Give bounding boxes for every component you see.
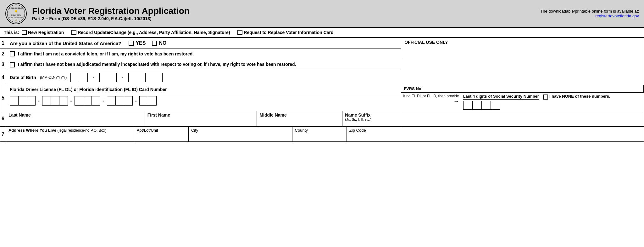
dob-dash-1: -: [91, 74, 96, 81]
last4-section: Last 4 digits of Social Security Number: [461, 93, 541, 111]
no-option[interactable]: NO: [152, 40, 166, 46]
middle-name-cell: Middle Name: [257, 111, 342, 126]
dob-yyyy-2[interactable]: [137, 73, 146, 82]
address-cell: Address Where You Live (legal residence-…: [6, 127, 134, 141]
page: IN GOD WE TRUST 🌞 GREAT SEAL STATE OF FL…: [0, 0, 644, 142]
none-checkbox[interactable]: [543, 95, 548, 100]
address-label: Address Where You Live: [8, 128, 56, 133]
row-2-number: 2: [0, 49, 6, 59]
felon-affirm-text: I affirm that I am not a convicted felon…: [18, 51, 194, 56]
dob-mm-2[interactable]: [79, 73, 88, 82]
new-registration-checkbox[interactable]: [22, 30, 27, 35]
fldl-group1: [10, 96, 35, 106]
fldl-12[interactable]: [124, 96, 133, 106]
fldl-9[interactable]: [92, 96, 100, 106]
dob-yyyy-1[interactable]: [128, 73, 137, 82]
replace-card-option[interactable]: Request to Replace Voter Information Car…: [237, 30, 333, 35]
ssn-1[interactable]: [463, 101, 473, 110]
city-cell: City: [189, 127, 292, 141]
county-label: County: [295, 128, 344, 133]
svg-text:STATE OF FLORIDA: STATE OF FLORIDA: [9, 17, 23, 19]
row-6: 6 Last Name First Name Middle Name: [0, 111, 644, 127]
last-name-input-area[interactable]: [8, 118, 142, 125]
dob-dd-1[interactable]: [99, 73, 108, 82]
record-update-option[interactable]: Record Update/Change (e.g., Address, Par…: [71, 30, 230, 35]
first-name-input-area[interactable]: [147, 118, 254, 125]
replace-card-checkbox[interactable]: [237, 30, 242, 35]
name-suffix-sub: (Jr., Sr., I, II, etc.):: [345, 118, 398, 121]
fldl-group4: [107, 96, 132, 106]
record-update-label: Record Update/Change (e.g., Address, Par…: [78, 30, 230, 35]
fvrs-row: FVRS No:: [401, 85, 644, 93]
fldl-7[interactable]: [75, 96, 83, 106]
yes-label: YES: [136, 40, 146, 46]
svg-text:🌴: 🌴: [15, 19, 17, 21]
fldl-1[interactable]: [10, 96, 19, 106]
no-label: NO: [159, 40, 166, 46]
row-6-content: Last Name First Name Middle Name Na: [6, 111, 401, 127]
felon-affirm-checkbox[interactable]: [10, 51, 15, 56]
dob-yyyy-4[interactable]: [154, 73, 163, 82]
name-suffix-cell: Name Suffix (Jr., Sr., I, II, etc.):: [342, 111, 401, 126]
fldl-dash-4: -: [134, 98, 138, 104]
row-5-number: 5: [0, 85, 6, 111]
none-option: I have NONE of these numbers.: [541, 93, 612, 111]
dob-dd-2[interactable]: [108, 73, 117, 82]
fldl-11[interactable]: [115, 96, 124, 106]
ssn-4[interactable]: [491, 101, 500, 110]
record-update-checkbox[interactable]: [71, 30, 76, 35]
apt-input-area[interactable]: [137, 133, 186, 140]
middle-name-input-area[interactable]: [259, 118, 340, 125]
fldl-5[interactable]: [51, 96, 59, 106]
svg-text:🌞: 🌞: [15, 10, 18, 13]
fldl-3[interactable]: [27, 96, 36, 106]
ssn-3[interactable]: [481, 101, 491, 110]
name-suffix-input-area[interactable]: [345, 121, 398, 124]
no-checkbox[interactable]: [152, 41, 157, 46]
last4-label: Last 4 digits of Social Security Number: [463, 94, 539, 100]
fldl-dash-3: -: [101, 98, 106, 104]
yes-option[interactable]: YES: [129, 40, 146, 46]
fldl-6[interactable]: [59, 96, 68, 106]
row-4-content: Date of Birth (MM-DD-YYYY) - -: [6, 70, 401, 85]
if-no-text-part: If no FL DL or FL ID, then provide: [403, 94, 459, 98]
fldl-13[interactable]: [139, 96, 148, 106]
row6-labels: Last Name First Name Middle Name Na: [6, 111, 401, 126]
fldl-2[interactable]: [18, 96, 27, 106]
fldl-8[interactable]: [83, 96, 92, 106]
official-use-label: OFFICIAL USE ONLY: [404, 40, 641, 45]
yes-no-group: YES NO: [129, 40, 166, 46]
new-registration-option[interactable]: New Registration: [22, 30, 64, 35]
city-input-area[interactable]: [191, 133, 290, 140]
fldl-group3: [75, 96, 100, 106]
row-2-content: I affirm that I am not a convicted felon…: [6, 49, 401, 59]
mentally-affirm-checkbox[interactable]: [10, 62, 15, 67]
dob-mm-1[interactable]: [70, 73, 79, 82]
fldl-group2: [42, 96, 68, 106]
county-input-area[interactable]: [295, 133, 344, 140]
zip-label: Zip Code: [349, 128, 398, 133]
row-6-right: [401, 111, 644, 127]
dob-yyyy-3[interactable]: [145, 73, 154, 82]
svg-text:GREAT SEAL: GREAT SEAL: [11, 14, 21, 16]
dob-label: Date of Birth: [10, 75, 36, 80]
fvrs-label: FVRS No:: [401, 85, 644, 92]
this-is-label: This is:: [4, 30, 19, 35]
row-5-content: Florida Driver License (FL DL) or Florid…: [6, 85, 401, 111]
dob-mm-boxes: [70, 73, 87, 82]
apt-label: Apt/Lot/Unit: [137, 128, 186, 133]
website-link[interactable]: registertovoteflorida.gov: [595, 14, 639, 18]
row-5-right: FVRS No: If no FL DL or FL ID, then prov…: [401, 85, 644, 111]
reg-type-bar: This is: New Registration Record Update/…: [0, 28, 644, 37]
dob-dd-boxes: [99, 73, 116, 82]
yes-checkbox[interactable]: [129, 41, 134, 46]
row-4-number: 4: [0, 70, 6, 85]
row-5: 5 Florida Driver License (FL DL) or Flor…: [0, 85, 644, 111]
ssn-2[interactable]: [472, 101, 482, 110]
fldl-4[interactable]: [42, 96, 51, 106]
address-input-area[interactable]: [8, 133, 131, 140]
fldl-14[interactable]: [148, 96, 157, 106]
dob-dash-2: -: [120, 74, 125, 81]
zip-input-area[interactable]: [349, 133, 398, 140]
fldl-10[interactable]: [107, 96, 116, 106]
